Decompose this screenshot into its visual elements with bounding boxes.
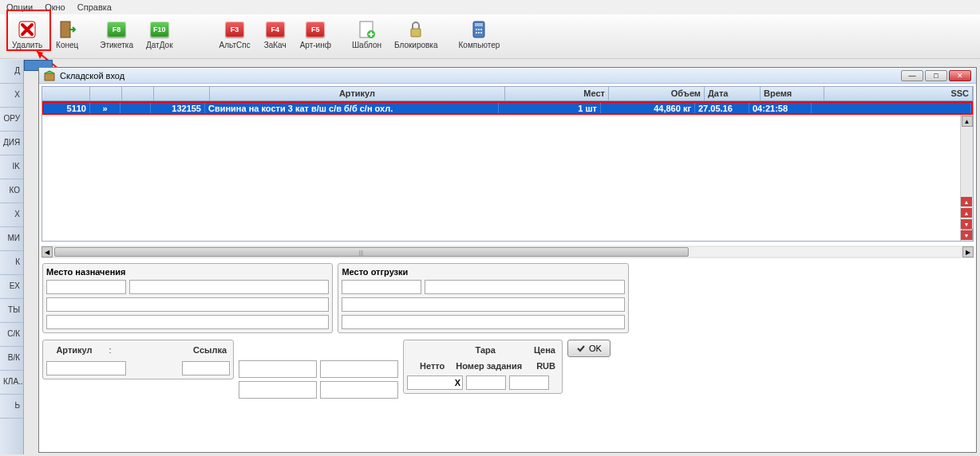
col-place[interactable]: Мест	[505, 87, 609, 100]
label-button[interactable]: F8 Этикетка	[94, 18, 139, 56]
horizontal-scrollbar[interactable]: ◀ ||| ▶	[41, 246, 974, 258]
side-tab[interactable]: ДИЯ	[0, 132, 23, 155]
grid-body[interactable]: ▲ ▼	[42, 115, 973, 241]
netto-tare-panel: Тара Цена Нетто Номер задания RUB X	[403, 340, 563, 394]
ship-field-3[interactable]	[342, 297, 624, 312]
cell-arrow: »	[90, 103, 121, 113]
x-clear-icon[interactable]: X	[455, 378, 460, 387]
side-tab[interactable]: IK	[0, 155, 23, 179]
menu-help[interactable]: Справка	[77, 2, 112, 12]
zakach-button[interactable]: F4 ЗаКач	[258, 18, 293, 56]
side-tab[interactable]: МИ	[0, 227, 23, 251]
record-last-icon[interactable]: ▼	[961, 230, 972, 240]
computer-label: Компьютер	[459, 41, 500, 49]
scroll-up-icon[interactable]: ▲	[962, 116, 973, 127]
window-icon	[44, 70, 55, 81]
col-blank2[interactable]	[90, 87, 122, 100]
col-time[interactable]: Время	[761, 87, 824, 100]
article-field[interactable]	[46, 361, 126, 375]
side-tab[interactable]: ОРУ	[0, 108, 23, 132]
mid-field-2[interactable]	[320, 360, 398, 378]
col-blank1[interactable]	[42, 87, 90, 100]
task-field[interactable]	[466, 375, 506, 390]
block-label: Блокировка	[394, 41, 438, 49]
close-button[interactable]: ✕	[949, 70, 971, 81]
side-tab[interactable]: В/К	[0, 347, 23, 371]
netto-field[interactable]: X	[407, 375, 463, 390]
side-tab[interactable]: КО	[0, 179, 23, 203]
col-blank3[interactable]	[122, 87, 154, 100]
side-tab[interactable]: С/К	[0, 323, 23, 347]
f5-icon: F5	[306, 20, 325, 39]
dest-field-4[interactable]	[46, 315, 329, 329]
artinf-button[interactable]: F5 Арт-инф	[294, 18, 337, 56]
f10-icon: F10	[150, 20, 169, 39]
currency-label: RUB	[533, 360, 559, 372]
svg-point-8	[478, 29, 480, 30]
exit-door-icon	[57, 20, 77, 39]
cell-id: 132155	[151, 103, 205, 113]
destination-panel: Место назначения	[42, 263, 333, 333]
end-button[interactable]: Конец	[49, 18, 85, 56]
svg-point-10	[476, 32, 477, 33]
block-button[interactable]: Блокировка	[389, 18, 444, 56]
ship-field-4[interactable]	[342, 315, 624, 329]
f3-icon: F3	[225, 20, 244, 39]
record-up-icon[interactable]: ▲	[961, 208, 972, 218]
cell-place: 1 шт	[499, 103, 601, 113]
col-blank4[interactable]	[154, 87, 210, 100]
mid-field-4[interactable]	[320, 381, 398, 399]
ship-field-2[interactable]	[425, 280, 624, 294]
datdok-label: ДатДок	[146, 41, 173, 49]
dest-field-3[interactable]	[46, 297, 329, 312]
side-tab-strip: Д Х ОРУ ДИЯ IK КО Х МИ К ЕХ ТЫ С/К В/К К…	[0, 60, 24, 454]
record-down-icon[interactable]: ▼	[961, 219, 972, 229]
cell-time: 04:21:58	[749, 103, 812, 113]
datdok-button[interactable]: F10 ДатДок	[140, 18, 179, 56]
side-tab[interactable]: ТЫ	[0, 299, 23, 323]
maximize-button[interactable]: □	[925, 70, 947, 81]
ok-label: OK	[589, 344, 602, 353]
cell-volume: 44,860 кг	[601, 103, 695, 113]
link-field[interactable]	[182, 361, 230, 375]
col-date[interactable]: Дата	[705, 87, 761, 100]
svg-rect-15	[45, 73, 54, 81]
dest-field-2[interactable]	[129, 280, 329, 294]
grid-row-selected[interactable]: 5110 » 132155 Свинина на кости 3 кат в/ш…	[42, 101, 973, 115]
side-tab[interactable]: К	[0, 251, 23, 275]
cell-code: 5110	[44, 103, 90, 113]
template-button[interactable]: Шаблон	[346, 18, 387, 56]
side-tab[interactable]: Х	[0, 84, 23, 108]
col-article[interactable]: Артикул	[210, 87, 505, 100]
side-tab[interactable]: Д	[0, 60, 23, 84]
cell-ssc	[812, 103, 971, 113]
side-tab[interactable]: Ь	[0, 395, 23, 419]
scroll-track[interactable]: |||	[54, 247, 961, 257]
col-volume[interactable]: Объем	[609, 87, 705, 100]
minimize-button[interactable]: —	[901, 70, 923, 81]
price-field[interactable]	[509, 375, 549, 390]
side-tab[interactable]: Х	[0, 203, 23, 227]
ok-button[interactable]: OK	[567, 340, 611, 357]
scroll-right-icon[interactable]: ▶	[962, 246, 974, 257]
side-tab[interactable]: КЛА...	[0, 371, 23, 395]
record-first-icon[interactable]: ▲	[961, 197, 972, 206]
svg-rect-4	[411, 29, 421, 37]
shipping-title: Место отгрузки	[342, 267, 624, 277]
shipping-panel: Место отгрузки	[338, 263, 628, 333]
dest-field-1[interactable]	[46, 280, 126, 294]
altspc-label: АльтСпс	[219, 41, 251, 49]
computer-button[interactable]: Компьютер	[453, 18, 506, 56]
mid-field-1[interactable]	[239, 360, 317, 378]
check-icon	[576, 344, 586, 353]
ship-field-1[interactable]	[342, 280, 421, 294]
template-label: Шаблон	[352, 41, 381, 49]
altspc-button[interactable]: F3 АльтСпс	[214, 18, 256, 56]
toolbar: Удалить Конец F8 Этикетка F10 ДатДок F3 …	[0, 14, 980, 59]
mid-field-3[interactable]	[239, 381, 317, 399]
side-tab[interactable]: ЕХ	[0, 275, 23, 299]
scroll-thumb[interactable]: |||	[54, 247, 689, 257]
scroll-left-icon[interactable]: ◀	[41, 246, 53, 257]
annotation-delete-highlight	[6, 10, 51, 51]
col-ssc[interactable]: SSC	[824, 87, 973, 100]
